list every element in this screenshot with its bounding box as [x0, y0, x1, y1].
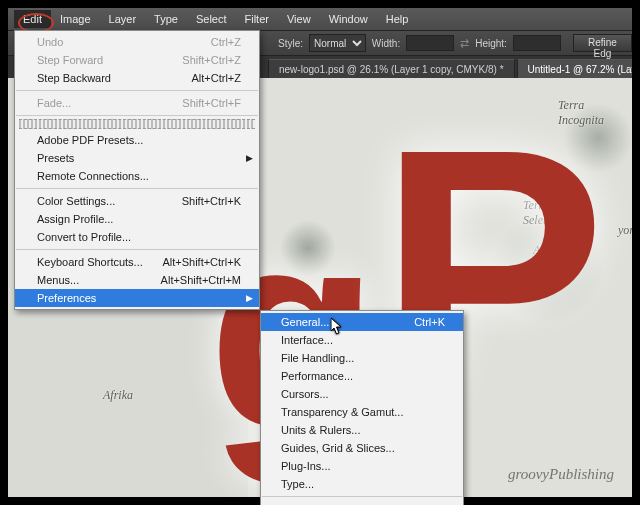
menu-type[interactable]: Type: [145, 10, 187, 28]
app-frame: Edit Image Layer Type Select Filter View…: [8, 8, 632, 497]
submenu-item-cursors[interactable]: Cursors...: [261, 385, 463, 403]
menu-item-pdf-presets[interactable]: Adobe PDF Presets...: [15, 131, 259, 149]
menu-item-menus[interactable]: Menus...Alt+Shift+Ctrl+M: [15, 271, 259, 289]
submenu-item-type[interactable]: Type...: [261, 475, 463, 493]
submenu-item-performance[interactable]: Performance...: [261, 367, 463, 385]
width-label: Width:: [372, 38, 400, 49]
menu-view[interactable]: View: [278, 10, 320, 28]
submenu-item-file-handling[interactable]: File Handling...: [261, 349, 463, 367]
menu-image[interactable]: Image: [51, 10, 100, 28]
map-label-syorum: yorum: [618, 223, 632, 238]
menu-layer[interactable]: Layer: [100, 10, 146, 28]
menu-item-step-forward[interactable]: Step ForwardShift+Ctrl+Z: [15, 51, 259, 69]
height-label: Height:: [475, 38, 507, 49]
menu-item-undo[interactable]: UndoCtrl+Z: [15, 33, 259, 51]
menu-item-remote-connections[interactable]: Remote Connections...: [15, 167, 259, 185]
watermark-text: groovyPublishing: [508, 466, 614, 483]
menu-item-presets[interactable]: Presets▶: [15, 149, 259, 167]
menu-window[interactable]: Window: [320, 10, 377, 28]
submenu-item-interface[interactable]: Interface...: [261, 331, 463, 349]
mouse-cursor-icon: [331, 318, 343, 336]
chevron-right-icon: ▶: [246, 153, 253, 163]
menu-bar: Edit Image Layer Type Select Filter View…: [8, 8, 632, 30]
edit-menu-dropdown: UndoCtrl+Z Step ForwardShift+Ctrl+Z Step…: [14, 30, 260, 310]
menu-select[interactable]: Select: [187, 10, 236, 28]
menu-filter[interactable]: Filter: [236, 10, 278, 28]
menu-item-step-backward[interactable]: Step BackwardAlt+Ctrl+Z: [15, 69, 259, 87]
submenu-item-general[interactable]: General...Ctrl+K: [261, 313, 463, 331]
submenu-item-guides[interactable]: Guides, Grid & Slices...: [261, 439, 463, 457]
menu-item-color-settings[interactable]: Color Settings...Shift+Ctrl+K: [15, 192, 259, 210]
menu-help[interactable]: Help: [377, 10, 418, 28]
chevron-right-icon: ▶: [246, 293, 253, 303]
menu-item-keyboard-shortcuts[interactable]: Keyboard Shortcuts...Alt+Shift+Ctrl+K: [15, 253, 259, 271]
menu-item-preferences[interactable]: Preferences▶: [15, 289, 259, 307]
submenu-item-units[interactable]: Units & Rulers...: [261, 421, 463, 439]
document-tab-1[interactable]: new-logo1.psd @ 26.1% (Layer 1 copy, CMY…: [268, 59, 515, 78]
document-tab-2[interactable]: Untitled-1 @ 67.2% (Lay: [517, 59, 632, 78]
submenu-item-transparency[interactable]: Transparency & Gamut...: [261, 403, 463, 421]
preferences-submenu: General...Ctrl+K Interface... File Handl…: [260, 310, 464, 505]
menu-item-assign-profile[interactable]: Assign Profile...: [15, 210, 259, 228]
style-select[interactable]: Normal: [309, 34, 366, 52]
submenu-item-plugins[interactable]: Plug-Ins...: [261, 457, 463, 475]
refine-edge-button[interactable]: Refine Edg: [573, 34, 632, 52]
submenu-item-camera-raw[interactable]: Camera Raw...: [261, 500, 463, 505]
width-input[interactable]: [406, 35, 454, 51]
menu-item-convert-profile[interactable]: Convert to Profile...: [15, 228, 259, 246]
menu-item-fade[interactable]: Fade...Shift+Ctrl+F: [15, 94, 259, 112]
map-label-afrika-left: Afrika: [103, 388, 133, 403]
height-input[interactable]: [513, 35, 561, 51]
menu-tearoff[interactable]: [19, 119, 255, 129]
style-label: Style:: [278, 38, 303, 49]
menu-edit[interactable]: Edit: [14, 10, 51, 28]
